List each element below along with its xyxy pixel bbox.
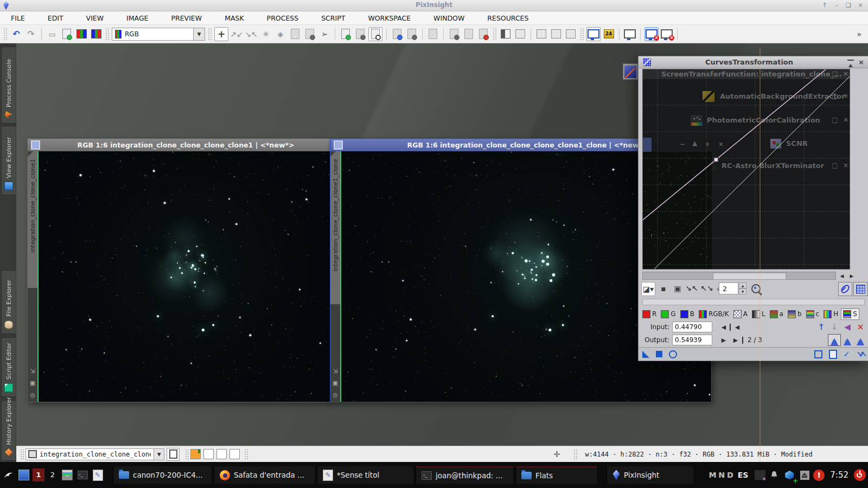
fit-mode-icon[interactable]: ▣ [30,380,35,387]
menu-preview[interactable]: PREVIEW [171,14,202,22]
restore-icon[interactable]: ❑ [844,2,853,9]
histogram-clipped-icon[interactable] [854,334,867,346]
mask-zoom-icon[interactable] [564,28,577,41]
menu-edit[interactable]: EDIT [48,14,63,22]
scrollbar-thumb[interactable] [713,273,786,280]
zoom-mode-icon[interactable]: ◎ [30,391,35,399]
workspace-swatch-3[interactable] [216,449,227,459]
statusbar-handle[interactable] [185,449,189,460]
browse-documentation-icon[interactable] [814,350,822,358]
show-grid-icon[interactable] [853,282,867,296]
image-canvas-1[interactable] [39,151,330,401]
workspace-1-button[interactable]: 1 [33,468,44,481]
channel-a[interactable]: a [769,310,784,319]
select-point-mode-icon[interactable]: ▪ [657,282,670,295]
duplicate-window-button[interactable] [167,448,180,461]
rename-view-icon[interactable]: ▭ [46,28,59,41]
toolbar-handle[interactable] [493,28,496,41]
task-untitled-editor[interactable]: ✎ *Sense títol [317,466,413,484]
menu-script[interactable]: SCRIPT [321,14,345,22]
file-settings-icon[interactable] [448,28,461,41]
toolbar-handle[interactable] [3,28,7,41]
combine-rgb-icon[interactable] [90,28,103,41]
fit-mode-icon[interactable]: ▣ [333,380,338,387]
menu-view[interactable]: VIEW [86,14,104,22]
menu-mask[interactable]: MASK [225,14,244,22]
updates-available-icon[interactable] [783,468,796,482]
new-file-icon[interactable] [339,28,352,41]
zoom-mode-icon[interactable]: ◎ [333,391,338,399]
task-firefox-inbox[interactable]: Safata d'entrada ... [214,466,315,484]
resize-mode-icon[interactable]: ⇲ [333,368,337,375]
image-window-1-titlebar[interactable]: RGB 1:6 integration_clone_clone_clone_cl… [28,139,330,151]
download-icon[interactable] [391,28,404,41]
scroll-left-icon[interactable]: ◀ [838,273,846,279]
reverse-curve-icon[interactable]: ◀ [841,322,854,332]
power-button[interactable] [854,469,866,481]
menu-resources[interactable]: RESOURCES [487,14,528,22]
next-point-icon[interactable]: ▶ [718,337,730,344]
pointer-mode-icon[interactable]: ➢ [318,28,331,41]
minimize-icon[interactable]: – [832,2,841,9]
shrink-view-icon[interactable]: ✳ [259,28,272,41]
output-value-field[interactable] [672,335,712,345]
chevron-down-icon[interactable]: ▼ [154,449,164,460]
window-manager-menu-icon[interactable] [2,468,15,482]
keyboard-layout-es[interactable]: ES [738,471,749,479]
shade-icon[interactable] [847,60,854,65]
menu-image[interactable]: IMAGE [126,14,148,22]
close-all-screens-icon[interactable] [660,28,673,41]
task-flats-folder[interactable]: Flats [515,466,597,484]
volume-eject-icon[interactable] [798,468,811,482]
screen-transfer-icon[interactable] [586,27,601,41]
channel-saturation[interactable]: S [841,309,859,319]
dialog-close-icon[interactable]: × [858,58,864,66]
sidebar-tab-history-explorer[interactable]: History Explorer [1,400,16,461]
mask-check-icon[interactable] [550,28,563,41]
dock-screen-icon[interactable] [623,28,636,41]
statusbar-handle[interactable] [573,449,577,460]
minimize-to-tray-icon[interactable]: ↑ [820,2,829,9]
histogram-normal-icon[interactable] [828,334,841,346]
terminal-launcher-icon[interactable]: ›_ [76,468,89,482]
workspace-swatch-1[interactable] [190,449,201,459]
open-zoom-icon[interactable] [368,27,382,41]
keyboard-indicator-d[interactable]: D [727,471,733,479]
toolbar-handle[interactable] [105,28,109,41]
zoom-in-mode-icon[interactable]: ↘↖ [685,282,698,295]
apply-icon[interactable] [656,351,662,357]
reset-channel-icon[interactable]: × [854,322,867,332]
undo-icon[interactable]: ↶ [10,28,23,41]
mask-option-icon[interactable] [535,28,548,41]
curve-plot[interactable] [643,69,850,269]
notification-bell-icon[interactable] [768,468,781,482]
new-instance-icon[interactable] [642,351,649,358]
edit-instance-icon[interactable] [829,350,837,359]
zoom-decrement-icon[interactable]: ▼ [739,288,746,294]
sidebar-tab-process-console[interactable]: Process Console [1,47,16,124]
channel-r[interactable]: R [641,310,658,319]
channel-lightness[interactable]: L [751,310,767,319]
menu-file[interactable]: FILE [11,14,25,22]
workspace-swatch-4[interactable] [229,449,240,459]
channel-alpha[interactable]: A [732,310,749,319]
delete-point-mode-icon[interactable]: ▣ [671,282,684,295]
zoom-increment-icon[interactable]: ▲ [739,282,746,288]
realtime-preview-icon[interactable] [669,350,677,358]
edit-file-icon[interactable] [354,28,367,41]
tray-plugin-icon[interactable] [755,470,765,480]
curve-hscrollbar[interactable] [642,272,836,280]
statusbar-handle[interactable] [20,449,24,460]
channel-c[interactable]: c [805,310,821,319]
track-view-icon[interactable]: + [214,27,228,41]
view-mode-select[interactable]: RGB ▼ [112,28,205,41]
upload-icon[interactable] [405,28,418,41]
previous-point-icon[interactable]: ◀ [718,324,730,331]
sidebar-tab-view-explorer[interactable]: View Explorer [1,126,16,195]
channel-rgbk[interactable]: RGB/K [698,310,730,319]
split-rgb-icon[interactable] [75,28,88,41]
close-icon[interactable]: × [856,2,865,9]
resize-mode-icon[interactable]: ⇲ [30,368,35,375]
workspace-2-button[interactable]: 2 [47,468,59,481]
toolbar-handle[interactable] [580,28,584,41]
